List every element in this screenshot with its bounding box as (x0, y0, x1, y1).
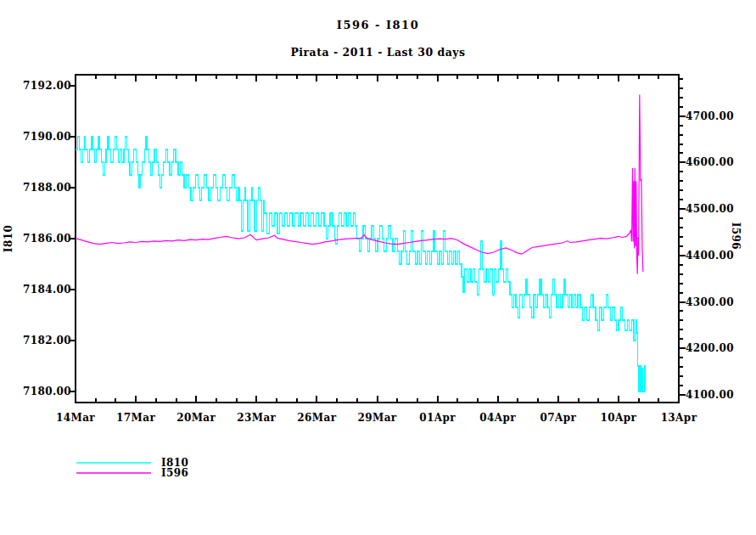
right-axis-tick-label: 4300.00 (686, 296, 734, 308)
x-axis-tick-label: 10Apr (601, 412, 637, 424)
left-axis-tick-label: 7186.00 (23, 233, 71, 245)
x-axis-tick-label: 01Apr (419, 412, 456, 424)
right-axis-tick-label: 4500.00 (686, 203, 734, 215)
right-axis-tick-label: 4100.00 (686, 389, 734, 401)
left-axis-title: I810 (3, 225, 14, 252)
left-axis-tick-label: 7184.00 (23, 284, 71, 296)
right-axis-tick-label: 4200.00 (686, 342, 734, 354)
x-axis-tick-label: 26Mar (297, 412, 336, 424)
right-axis-title: I596 (730, 222, 742, 250)
x-axis-tick-label: 13Apr (661, 412, 697, 424)
right-axis-tick-label: 4700.00 (686, 110, 734, 122)
left-axis-tick-label: 7188.00 (23, 182, 71, 194)
series-line-i810 (76, 137, 645, 391)
right-axis-tick-label: 4600.00 (686, 156, 734, 168)
right-axis-tick-label: 4400.00 (686, 250, 734, 262)
chart-page: I596 - I810 Pirata - 2011 - Last 30 days… (0, 0, 756, 535)
x-axis-tick-label: 14Mar (56, 412, 95, 424)
left-axis-tick-label: 7180.00 (23, 386, 71, 397)
left-axis-tick-label: 7190.00 (23, 131, 71, 143)
plot-svg: 14Mar17Mar20Mar23Mar26Mar29Mar01Apr04Apr… (0, 0, 756, 535)
x-axis-tick-label: 23Mar (237, 412, 276, 424)
legend-label-i596: I596 (161, 467, 188, 479)
x-axis-tick-label: 20Mar (176, 412, 216, 424)
left-axis-tick-label: 7182.00 (23, 335, 71, 346)
left-axis-tick-label: 7192.00 (23, 80, 71, 92)
x-axis-tick-label: 17Mar (116, 412, 155, 424)
x-axis-tick-label: 29Mar (357, 412, 396, 424)
x-axis-tick-label: 04Apr (479, 412, 516, 424)
x-axis-tick-label: 07Apr (540, 412, 576, 424)
